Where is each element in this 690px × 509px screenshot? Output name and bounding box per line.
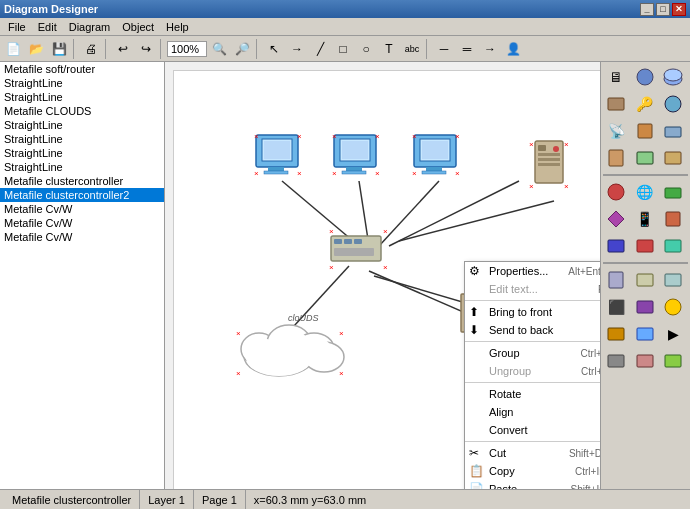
palette-icon[interactable] <box>603 145 629 171</box>
print-button[interactable]: 🖨 <box>80 38 102 60</box>
palette-icon[interactable] <box>632 348 658 374</box>
svg-text:×: × <box>412 133 417 141</box>
cm-properties[interactable]: ⚙ Properties... Alt+Enter <box>465 262 600 280</box>
palette-icon[interactable]: ▶ <box>660 321 686 347</box>
palette-icon[interactable] <box>660 145 686 171</box>
cm-rotate[interactable]: Rotate <box>465 385 600 403</box>
list-item[interactable]: Metafile CLOUDS <box>0 104 164 118</box>
palette-icon[interactable] <box>660 179 686 205</box>
palette-icon[interactable] <box>632 321 658 347</box>
line-style2[interactable]: ═ <box>456 38 478 60</box>
palette-icon[interactable] <box>603 321 629 347</box>
open-button[interactable]: 📂 <box>25 38 47 60</box>
palette-icon[interactable]: ⬛ <box>603 294 629 320</box>
cm-paste[interactable]: 📄 Paste Shift+Ins <box>465 480 600 489</box>
minimize-button[interactable]: _ <box>640 3 654 16</box>
list-item[interactable]: Metafile Cv/W <box>0 230 164 244</box>
palette-icon[interactable]: 🌐 <box>632 179 658 205</box>
cm-send-back[interactable]: ⬇ Send to back <box>465 321 600 339</box>
list-item[interactable]: StraightLine <box>0 90 164 104</box>
palette-icon[interactable] <box>660 206 686 232</box>
palette-icon[interactable] <box>603 348 629 374</box>
list-item[interactable]: Metafile clustercontroller <box>0 174 164 188</box>
cm-group[interactable]: Group Ctrl+G <box>465 344 600 362</box>
palette-icon[interactable] <box>632 64 658 90</box>
toolbar-sep2 <box>105 39 109 59</box>
cm-bring-front[interactable]: ⬆ Bring to front <box>465 303 600 321</box>
palette-icon[interactable] <box>660 233 686 259</box>
text-button[interactable]: T <box>378 38 400 60</box>
maximize-button[interactable]: □ <box>656 3 670 16</box>
computer-node-3[interactable]: × × × × <box>412 133 464 178</box>
arrow-style[interactable]: → <box>479 38 501 60</box>
list-item-selected[interactable]: Metafile clustercontroller2 <box>0 188 164 202</box>
palette-icon[interactable] <box>660 64 686 90</box>
palette-icon[interactable] <box>603 233 629 259</box>
palette-icon[interactable] <box>660 294 686 320</box>
list-item[interactable]: Metafile soft/router <box>0 62 164 76</box>
menu-diagram[interactable]: Diagram <box>63 20 117 34</box>
list-item[interactable]: StraightLine <box>0 76 164 90</box>
palette-icon[interactable] <box>632 145 658 171</box>
palette-icon[interactable] <box>603 206 629 232</box>
computer-node-1[interactable]: × × × × <box>254 133 306 178</box>
palette-icon[interactable] <box>660 118 686 144</box>
palette-icon[interactable] <box>660 91 686 117</box>
router-node[interactable]: × × × × <box>329 226 389 271</box>
list-item[interactable]: StraightLine <box>0 132 164 146</box>
cm-convert[interactable]: Convert <box>465 421 600 439</box>
menu-help[interactable]: Help <box>160 20 195 34</box>
palette-icon[interactable] <box>632 233 658 259</box>
palette-icon[interactable]: 🖥 <box>603 64 629 90</box>
palette-icon[interactable] <box>660 348 686 374</box>
palette-icon[interactable] <box>603 267 629 293</box>
list-item[interactable]: Metafile Cv/W <box>0 202 164 216</box>
svg-rect-84 <box>638 124 652 138</box>
list-item[interactable]: StraightLine <box>0 118 164 132</box>
menu-object[interactable]: Object <box>116 20 160 34</box>
palette-icon[interactable] <box>632 267 658 293</box>
computer-node-2[interactable]: × × × × <box>332 133 384 178</box>
context-menu[interactable]: ⚙ Properties... Alt+Enter Edit text... F… <box>464 261 600 489</box>
list-item[interactable]: StraightLine <box>0 160 164 174</box>
cm-cut[interactable]: ✂ Cut Shift+Del <box>465 444 600 462</box>
redo-button[interactable]: ↪ <box>135 38 157 60</box>
palette-icon[interactable] <box>632 118 658 144</box>
cm-ungroup[interactable]: Ungroup Ctrl+U <box>465 362 600 380</box>
canvas[interactable]: × × × × × × × × <box>173 70 600 489</box>
server-node[interactable]: × × × × <box>529 139 579 194</box>
palette-icon[interactable]: 📡 <box>603 118 629 144</box>
cm-copy[interactable]: 📋 Copy Ctrl+Ins <box>465 462 600 480</box>
palette-icon[interactable] <box>660 267 686 293</box>
cm-edit-text[interactable]: Edit text... F2 <box>465 280 600 298</box>
select-button[interactable]: ↖ <box>263 38 285 60</box>
palette-icon[interactable] <box>632 294 658 320</box>
line-button[interactable]: ╱ <box>309 38 331 60</box>
list-item[interactable]: Metafile Cv/W <box>0 216 164 230</box>
cloud-node[interactable]: × × × × cloUDS <box>234 301 364 383</box>
zoom-out-button[interactable]: 🔍 <box>208 38 230 60</box>
menu-file[interactable]: File <box>2 20 32 34</box>
palette-icon[interactable]: 📱 <box>632 206 658 232</box>
palette-icon[interactable] <box>603 91 629 117</box>
arrow-button[interactable]: → <box>286 38 308 60</box>
close-button[interactable]: ✕ <box>672 3 686 16</box>
palette-icon[interactable]: 🔑 <box>632 91 658 117</box>
cm-align[interactable]: Align <box>465 403 600 421</box>
abc-button[interactable]: abc <box>401 38 423 60</box>
canvas-area[interactable]: × × × × × × × × <box>165 62 600 489</box>
undo-button[interactable]: ↩ <box>112 38 134 60</box>
svg-rect-37 <box>538 153 560 156</box>
save-button[interactable]: 💾 <box>48 38 70 60</box>
list-item[interactable]: StraightLine <box>0 146 164 160</box>
line-style1[interactable]: ─ <box>433 38 455 60</box>
rect-button[interactable]: □ <box>332 38 354 60</box>
new-button[interactable]: 📄 <box>2 38 24 60</box>
tool-extra[interactable]: 👤 <box>502 38 524 60</box>
zoom-input[interactable] <box>167 41 207 57</box>
menu-edit[interactable]: Edit <box>32 20 63 34</box>
zoom-in-button[interactable]: 🔎 <box>231 38 253 60</box>
palette-icon[interactable] <box>603 179 629 205</box>
ellipse-button[interactable]: ○ <box>355 38 377 60</box>
svg-rect-49 <box>334 248 374 256</box>
